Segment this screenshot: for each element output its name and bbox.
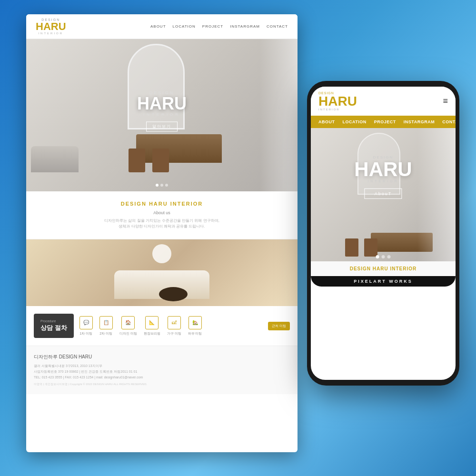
desktop-nav: DESIGN HARU INTERIOR ABOUT LOCATION PROJ… [26,14,298,39]
mobile-chair1 [345,238,358,257]
proc-icon-6: 🏡 [188,316,202,329]
desktop-nav-links: ABOUT LOCATION PROJECT INSTARGRAM CONTAC… [150,24,288,29]
proc-icon-3: 🏠 [121,316,135,329]
mobile-dots [376,255,391,258]
nav-project[interactable]: PROJECT [202,24,223,29]
proc-title: 상담 절차 [40,324,67,332]
proc-label-2: 2차 미팅 [99,331,112,336]
hero-text-overlay: DESIGN HARU INTERIOR 알아보기 [137,90,187,131]
mobile-bottom-brand: PIXELART WORKS [314,279,453,284]
mobile-footer: DESIGN HARU INTERIOR [311,261,456,276]
interior-image [26,239,298,306]
footer-info1: 갤러 서울특별시내분 3구2013, 2010 13지이무 [34,363,290,369]
mobile-logo-haru: HARU [318,95,357,108]
proc-icon-2: 📋 [99,316,113,329]
footer-info2: 사업자등록번호 370 19 00862 | 번인 건강증 도록번호 처럼201… [34,369,290,375]
proc-icon-5: 🛋 [168,316,181,329]
mobile-menu-instargram[interactable]: INSTARGRAM [404,119,435,124]
hero-table [136,134,222,163]
hero-dots [156,184,168,187]
hero-sofa [31,146,79,172]
mobile-screen: DESIGN HARU INTERIOR ≡ ABOUT LOCATION PR… [311,87,456,380]
hero-chair2 [152,149,169,172]
nav-contact[interactable]: CONTACT [267,24,288,29]
mobile-menu-bar: ABOUT LOCATION PROJECT INSTARGRAM CONTAC [311,116,456,128]
footer-info3: TEL: 015 423 3555 | FAX: 015 423 1254 | … [34,375,290,380]
mobile-footer-title: DESIGN HARU INTERIOR [318,266,448,271]
mobile-dot-1[interactable] [376,255,379,258]
hero-chair1 [129,149,145,172]
logo-interior-text: INTERIOR [38,32,63,35]
mobile-menu-project[interactable]: PROJECT [374,119,396,124]
mobile-menu-location[interactable]: LOCATION [343,119,367,124]
hero-about-btn[interactable]: 알아보기 [146,121,178,131]
hamburger-icon[interactable]: ≡ [443,96,448,106]
proc-label-6: 하우 미팅 [188,331,202,336]
mobile-curtain [417,128,456,261]
desktop-about-section: DESIGN HARU INTERIOR About us 디자인하루는 삶의 … [26,191,298,239]
curtain-right [259,39,298,191]
hero-haru-text: HARU [137,95,187,112]
mobile-logo: DESIGN HARU INTERIOR [318,91,357,111]
desktop-mockup: DESIGN HARU INTERIOR ABOUT LOCATION PROJ… [26,14,298,452]
proc-step-5: 🛋 가구 미팅 [167,316,181,336]
procedure-box: Procedure 상담 절차 [34,314,74,338]
proc-label: Procedure [40,319,67,323]
desktop-footer: 디자인하루 DESIGN HARU 갤러 서울특별시내분 3구2013, 201… [26,346,298,394]
procedure-steps: 💬 1차 미팅 📋 2차 미팅 🏠 디자인 미팅 📐 현장브리핑 🛋 [79,316,262,336]
mobile-about-btn[interactable]: AbouT [365,188,402,199]
procedure-section: Procedure 상담 절차 💬 1차 미팅 📋 2차 미팅 🏠 디자인 미팅… [26,306,298,346]
mobile-nav: DESIGN HARU INTERIOR ≡ [311,87,456,116]
mobile-dot-3[interactable] [387,255,391,258]
dot-3[interactable] [165,184,168,187]
nav-location[interactable]: LOCATION [173,24,196,29]
nav-about[interactable]: ABOUT [150,24,166,29]
proc-label-3: 디자인 미팅 [119,331,137,336]
proc-step-1: 💬 1차 미팅 [79,316,93,336]
proc-more-btn[interactable]: 근처 미팅 [268,322,290,330]
about-subtitle: About us [36,210,288,215]
mobile-chair2 [364,238,377,257]
proc-step-4: 📐 현장브리핑 [144,316,160,336]
footer-brand: 디자인하루 DESIGN HARU [34,354,290,360]
dot-1[interactable] [156,184,159,187]
proc-step-6: 🏡 하우 미팅 [188,316,202,336]
int-lamp [152,244,171,263]
mobile-bottom-bar: PIXELART WORKS [311,276,456,287]
about-title: DESIGN HARU INTERIOR [36,201,288,207]
about-desc2: 생체과 다양한 디자인가이 쾌락과 공유를 드립니다. [36,224,288,229]
nav-instargram[interactable]: INSTARGRAM [230,24,260,29]
mobile-hero: DESIGN HARU INTERIOR AbouT [311,128,456,261]
mobile-menu-about[interactable]: ABOUT [318,119,335,124]
mobile-hero-haru: HARU [354,159,412,179]
hero-interior-text: INTERIOR [137,112,187,117]
int-table [159,287,188,301]
proc-label-5: 가구 미팅 [167,331,181,336]
proc-icon-1: 💬 [79,316,93,329]
proc-step-2: 📋 2차 미팅 [99,316,113,336]
dot-2[interactable] [160,184,163,187]
about-desc1: 디자인하루는 삶의 질을 가치있는 수준공간을 만들기 위해 연구하여, [36,218,288,224]
proc-label-1: 1차 미팅 [79,331,92,336]
desktop-logo: DESIGN HARU INTERIOR [36,18,66,35]
proc-icon-4: 📐 [145,316,159,329]
mobile-dot-2[interactable] [382,255,385,258]
logo-haru-text: HARU [36,21,66,32]
proc-label-4: 현장브리핑 [144,331,160,336]
mobile-menu-contact[interactable]: CONTAC [442,119,456,124]
mobile-hero-text: DESIGN HARU INTERIOR AbouT [354,155,412,199]
footer-copyright: 이영역 | 개인정보사이트명 | Copyright © 2022 DESIGN… [34,382,290,387]
proc-step-3: 🏠 디자인 미팅 [119,316,137,336]
desktop-hero: DESIGN HARU INTERIOR 알아보기 [26,39,298,191]
mobile-mockup: DESIGN HARU INTERIOR ≡ ABOUT LOCATION PR… [307,81,459,386]
